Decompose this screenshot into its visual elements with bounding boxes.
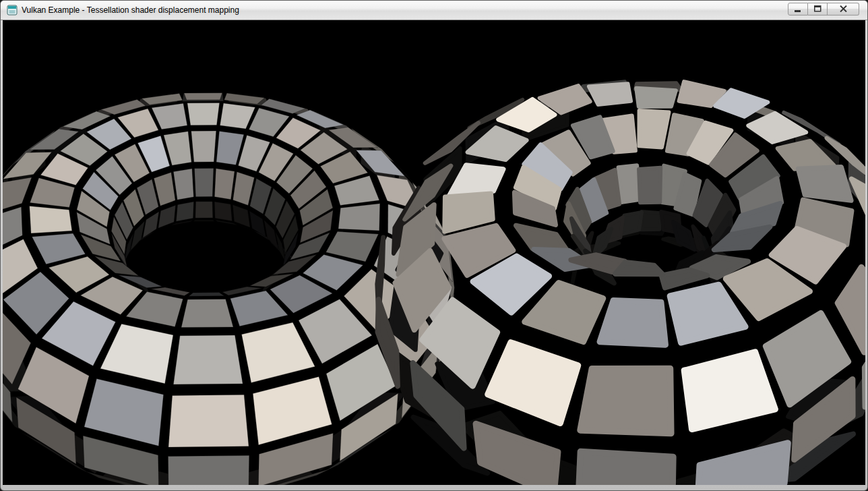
window-title: Vulkan Example - Tessellation shader dis… [22,5,239,15]
window-controls [788,3,859,16]
close-button[interactable] [828,3,859,16]
scene-canvas [3,20,865,485]
maximize-icon [814,4,822,14]
close-icon [840,4,847,14]
minimize-button[interactable] [788,3,808,16]
app-icon [7,5,18,16]
maximize-button[interactable] [808,3,828,16]
title-bar[interactable]: Vulkan Example - Tessellation shader dis… [1,1,867,20]
render-viewport[interactable] [3,20,865,485]
minimize-icon [795,4,801,14]
torus-without-displacement [3,93,454,485]
app-window: Vulkan Example - Tessellation shader dis… [0,0,868,491]
